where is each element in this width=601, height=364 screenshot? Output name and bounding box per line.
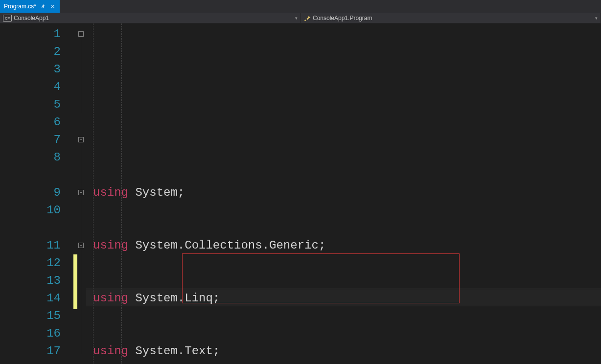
code-line[interactable]: using System.Linq; <box>93 290 601 307</box>
fold-toggle[interactable] <box>78 31 84 37</box>
code-line[interactable]: using System.Text; <box>93 342 601 360</box>
code-line[interactable]: using System; <box>93 184 601 202</box>
fold-toggle[interactable] <box>78 190 84 195</box>
fold-line <box>81 143 81 354</box>
line-number: 5 <box>0 96 73 114</box>
change-marker <box>73 254 77 309</box>
fold-toggle[interactable] <box>78 243 84 248</box>
line-number: 11 <box>0 237 73 254</box>
nav-left-label: ConsoleApp1 <box>14 15 49 22</box>
change-indicator-bar <box>73 23 78 364</box>
chevron-down-icon: ▾ <box>595 16 598 21</box>
csharp-badge-icon: C# <box>3 15 12 22</box>
line-number: 15 <box>0 307 73 325</box>
editor-tab[interactable]: Program.cs* ✕ <box>0 0 60 13</box>
nav-strip: C# ConsoleApp1 ▾ ConsoleApp1.Program ▾ <box>0 13 601 23</box>
line-number-gutter: 1 2 3 4 5 6 7 8 9 10 11 12 13 14 15 16 1… <box>0 23 73 364</box>
fold-toggle[interactable] <box>78 137 84 142</box>
folding-column <box>78 23 86 364</box>
code-line[interactable]: using System.Collections.Generic; <box>93 237 601 254</box>
chevron-down-icon: ▾ <box>295 16 298 21</box>
line-number-blank <box>0 219 73 237</box>
fold-line <box>81 37 81 114</box>
line-number: 9 <box>0 184 73 202</box>
pin-icon[interactable] <box>39 3 46 10</box>
nav-scope-dropdown[interactable]: C# ConsoleApp1 ▾ <box>0 13 301 23</box>
line-number: 4 <box>0 78 73 96</box>
nav-right-label: ConsoleApp1.Program <box>313 15 372 22</box>
line-number: 3 <box>0 61 73 78</box>
nav-member-dropdown[interactable]: ConsoleApp1.Program ▾ <box>301 13 601 23</box>
line-number-blank <box>0 166 73 184</box>
line-number: 12 <box>0 254 73 272</box>
code-editor[interactable]: 1 2 3 4 5 6 7 8 9 10 11 12 13 14 15 16 1… <box>0 23 601 364</box>
line-number: 1 <box>0 25 73 43</box>
line-number: 13 <box>0 272 73 290</box>
tab-bar: Program.cs* ✕ <box>0 0 601 13</box>
line-number: 7 <box>0 131 73 149</box>
close-icon[interactable]: ✕ <box>49 3 56 10</box>
tab-title: Program.cs* <box>4 3 36 10</box>
line-number: 6 <box>0 114 73 131</box>
line-number: 16 <box>0 325 73 342</box>
line-number: 14 <box>0 290 73 307</box>
line-number: 17 <box>0 342 73 360</box>
line-number: 10 <box>0 202 73 219</box>
line-number: 2 <box>0 43 73 61</box>
code-body[interactable]: using System; using System.Collections.G… <box>93 23 601 364</box>
class-icon <box>304 15 311 22</box>
line-number: 8 <box>0 149 73 166</box>
